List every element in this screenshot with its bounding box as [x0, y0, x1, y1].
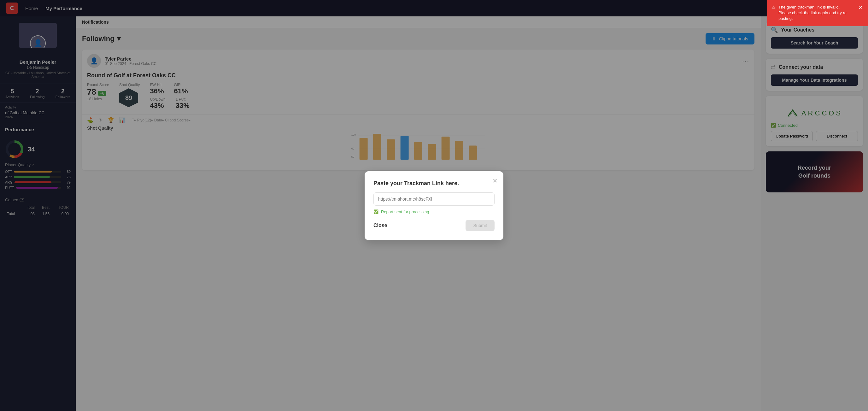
success-icon: ✅: [373, 210, 378, 214]
modal-close-button[interactable]: Close: [373, 223, 387, 228]
modal-close-x-button[interactable]: ✕: [492, 177, 498, 185]
modal-actions: Close Submit: [373, 220, 495, 231]
modal-title: Paste your Trackman Link here.: [373, 180, 495, 187]
modal-submit-button[interactable]: Submit: [466, 220, 495, 231]
trackman-modal: Paste your Trackman Link here. ✕ ✅ Repor…: [365, 171, 503, 240]
modal-overlay: Paste your Trackman Link here. ✕ ✅ Repor…: [0, 0, 868, 411]
toast-message: The given trackman link is invalid. Plea…: [778, 4, 852, 22]
toast-close[interactable]: ✕: [858, 4, 862, 11]
trackman-link-input[interactable]: [373, 192, 495, 205]
warning-icon: ⚠: [772, 4, 775, 10]
error-toast: ⚠ The given trackman link is invalid. Pl…: [767, 0, 868, 26]
success-message: ✅ Report sent for processing: [373, 210, 495, 214]
